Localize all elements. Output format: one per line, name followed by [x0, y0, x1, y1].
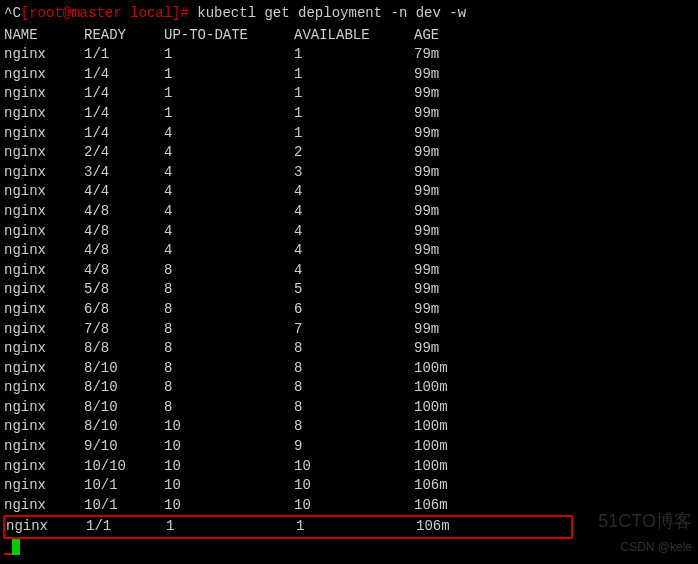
- table-row: nginx1/41199m: [4, 104, 694, 124]
- header-uptodate: UP-TO-DATE: [164, 26, 294, 46]
- cell-age: 100m: [414, 359, 474, 379]
- header-age: AGE: [414, 26, 474, 46]
- cell-available: 1: [296, 517, 416, 537]
- cell-ready: 8/8: [84, 339, 164, 359]
- cell-available: 1: [294, 45, 414, 65]
- cell-name: nginx: [4, 457, 84, 477]
- cell-uptodate: 8: [164, 320, 294, 340]
- cell-age: 99m: [414, 143, 474, 163]
- cell-ready: 9/10: [84, 437, 164, 457]
- cell-available: 10: [294, 457, 414, 477]
- cursor-underline: [4, 553, 12, 555]
- cell-available: 4: [294, 241, 414, 261]
- table-row: nginx8/1088100m: [4, 398, 694, 418]
- cell-age: 99m: [414, 202, 474, 222]
- cell-uptodate: 4: [164, 241, 294, 261]
- cell-uptodate: 10: [164, 476, 294, 496]
- table-row: nginx1/44199m: [4, 124, 694, 144]
- header-available: AVAILABLE: [294, 26, 414, 46]
- ctrl-c: ^C: [4, 5, 21, 21]
- cell-name: nginx: [4, 143, 84, 163]
- cell-available: 3: [294, 163, 414, 183]
- cell-uptodate: 8: [164, 280, 294, 300]
- cell-ready: 5/8: [84, 280, 164, 300]
- cell-ready: 2/4: [84, 143, 164, 163]
- table-row: nginx4/84499m: [4, 241, 694, 261]
- cell-ready: 4/8: [84, 261, 164, 281]
- cell-uptodate: 4: [164, 182, 294, 202]
- cell-uptodate: 8: [164, 398, 294, 418]
- table-row: nginx10/11010106m: [4, 476, 694, 496]
- cell-uptodate: 4: [164, 124, 294, 144]
- table-row: nginx5/88599m: [4, 280, 694, 300]
- terminal-prompt: ^C[root@master local]# kubectl get deplo…: [4, 4, 694, 24]
- cell-ready: 4/8: [84, 222, 164, 242]
- table-row: nginx4/84499m: [4, 222, 694, 242]
- cell-age: 99m: [414, 280, 474, 300]
- cell-ready: 1/4: [84, 104, 164, 124]
- table-row: nginx4/44499m: [4, 182, 694, 202]
- cell-name: nginx: [4, 241, 84, 261]
- cell-name: nginx: [4, 182, 84, 202]
- cell-ready: 10/10: [84, 457, 164, 477]
- cell-available: 1: [294, 104, 414, 124]
- table-row: nginx9/10109100m: [4, 437, 694, 457]
- table-row: nginx10/11010106m: [4, 496, 694, 516]
- cell-ready: 4/8: [84, 241, 164, 261]
- cell-name: nginx: [4, 65, 84, 85]
- cell-uptodate: 8: [164, 378, 294, 398]
- header-name: NAME: [4, 26, 84, 46]
- cell-age: 100m: [414, 378, 474, 398]
- cell-age: 99m: [414, 241, 474, 261]
- cell-name: nginx: [4, 378, 84, 398]
- cell-available: 7: [294, 320, 414, 340]
- cell-name: nginx: [4, 163, 84, 183]
- cell-age: 100m: [414, 437, 474, 457]
- cell-name: nginx: [4, 84, 84, 104]
- cell-age: 106m: [416, 517, 476, 537]
- cell-uptodate: 1: [164, 45, 294, 65]
- cell-available: 1: [294, 65, 414, 85]
- cell-age: 99m: [414, 261, 474, 281]
- cell-available: 2: [294, 143, 414, 163]
- cell-uptodate: 1: [164, 104, 294, 124]
- table-row: nginx4/88499m: [4, 261, 694, 281]
- cell-name: nginx: [4, 417, 84, 437]
- table-row: nginx1/41199m: [4, 84, 694, 104]
- cell-uptodate: 4: [164, 222, 294, 242]
- cell-available: 4: [294, 202, 414, 222]
- cell-name: nginx: [4, 320, 84, 340]
- cell-available: 8: [294, 339, 414, 359]
- cell-name: nginx: [4, 339, 84, 359]
- cell-available: 8: [294, 398, 414, 418]
- cell-age: 100m: [414, 417, 474, 437]
- cell-age: 99m: [414, 182, 474, 202]
- table-row: nginx8/10108100m: [4, 417, 694, 437]
- cell-available: 10: [294, 496, 414, 516]
- cell-available: 1: [294, 124, 414, 144]
- cell-uptodate: 10: [164, 437, 294, 457]
- cell-ready: 7/8: [84, 320, 164, 340]
- cell-age: 99m: [414, 104, 474, 124]
- cell-ready: 1/4: [84, 124, 164, 144]
- cell-uptodate: 4: [164, 143, 294, 163]
- cell-uptodate: 10: [164, 457, 294, 477]
- cell-name: nginx: [4, 437, 84, 457]
- table-row: nginx7/88799m: [4, 320, 694, 340]
- cursor-block: [12, 539, 20, 555]
- cell-available: 8: [294, 359, 414, 379]
- cell-available: 5: [294, 280, 414, 300]
- cell-name: nginx: [6, 517, 86, 537]
- cell-name: nginx: [4, 124, 84, 144]
- cell-name: nginx: [4, 280, 84, 300]
- table-row-highlighted: nginx 1/1 1 1 106m: [3, 515, 573, 539]
- cell-age: 99m: [414, 124, 474, 144]
- cell-name: nginx: [4, 359, 84, 379]
- cell-age: 99m: [414, 222, 474, 242]
- cell-ready: 8/10: [84, 378, 164, 398]
- cell-uptodate: 8: [164, 261, 294, 281]
- cell-ready: 3/4: [84, 163, 164, 183]
- cell-age: 99m: [414, 65, 474, 85]
- cell-name: nginx: [4, 476, 84, 496]
- cell-age: 99m: [414, 320, 474, 340]
